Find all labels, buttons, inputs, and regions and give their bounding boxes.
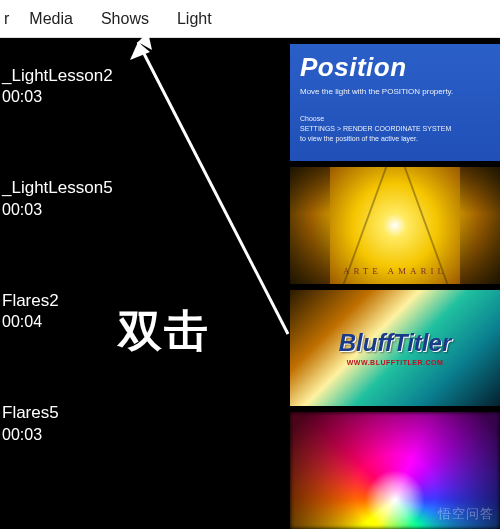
double-click-label: 双击 (118, 302, 210, 361)
menu-bar: r Media Shows Light (0, 0, 500, 38)
thumb-subtitle: Move the light with the POSITION propert… (300, 87, 490, 96)
thumbnail-position[interactable]: Position Move the light with the POSITIO… (290, 44, 500, 161)
list-item[interactable]: _LightLesson5 00:03 (0, 178, 290, 218)
show-list: _LightLesson2 00:03 _LightLesson5 00:03 … (0, 38, 290, 529)
content-area: _LightLesson2 00:03 _LightLesson5 00:03 … (0, 38, 500, 529)
watermark: 悟空问答 (438, 505, 494, 523)
show-duration: 00:03 (2, 426, 290, 444)
menu-media[interactable]: Media (15, 4, 87, 34)
show-name: Flares5 (2, 403, 290, 423)
thumb-smalltext: Choose SETTINGS > RENDER COORDINATE SYST… (300, 114, 490, 143)
show-name: _LightLesson2 (2, 66, 290, 86)
thumb-title: Position (300, 52, 490, 83)
show-duration: 00:03 (2, 88, 290, 106)
list-item[interactable]: Flares5 00:03 (0, 403, 290, 443)
thumb-url: WWW.BLUFFTITLER.COM (347, 359, 444, 366)
menu-item-cut[interactable]: r (4, 4, 15, 34)
thumbnail-blufftitler[interactable]: BluffTitler WWW.BLUFFTITLER.COM (290, 290, 500, 407)
thumb-logo: BluffTitler (339, 329, 451, 357)
show-duration: 00:03 (2, 201, 290, 219)
menu-light[interactable]: Light (163, 4, 226, 34)
thumb-caption: ARTE AMARIL (343, 266, 447, 276)
list-item[interactable]: _LightLesson2 00:03 (0, 66, 290, 106)
thumbnail-column: Position Move the light with the POSITIO… (290, 38, 500, 529)
show-name: _LightLesson5 (2, 178, 290, 198)
thumbnail-yellow-flare[interactable]: ARTE AMARIL (290, 167, 500, 284)
menu-shows[interactable]: Shows (87, 4, 163, 34)
